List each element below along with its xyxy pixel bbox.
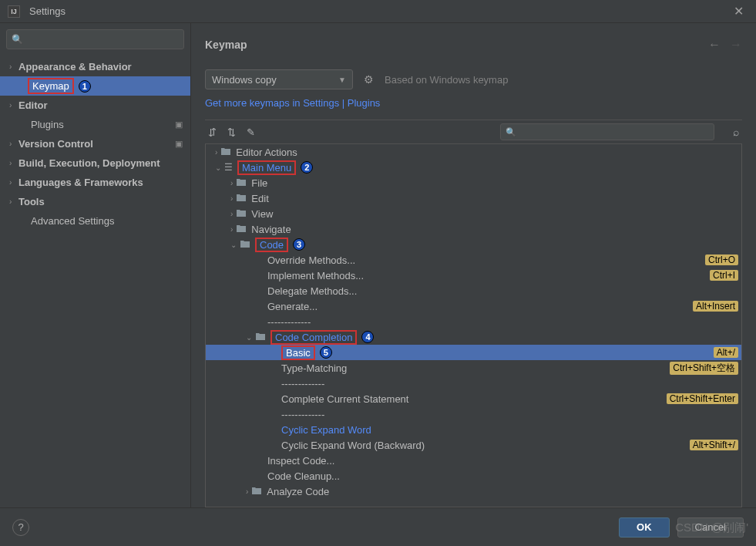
keymap-row[interactable]: Basic5Alt+/ — [206, 345, 741, 360]
back-icon[interactable]: ← — [708, 38, 721, 52]
shortcut-badge: Alt+Shift+/ — [690, 440, 738, 450]
keymap-label: Editor Actions — [236, 147, 297, 158]
shortcut-badge: Ctrl+O — [705, 254, 738, 265]
sidebar-item-plugins[interactable]: Plugins▣ — [0, 115, 190, 134]
keymap-label: ------------- — [281, 409, 324, 420]
keymap-row[interactable]: ›Analyze Code — [206, 484, 741, 499]
folder-icon — [220, 147, 231, 158]
folder-icon — [236, 208, 247, 220]
get-more-keymaps-link[interactable]: Get more keymaps in Settings | Plugins — [205, 97, 742, 109]
based-on-label: Based on Windows keymap — [385, 74, 508, 86]
keymap-label: Edit — [251, 193, 268, 204]
sidebar-item-keymap[interactable]: Keymap1 — [0, 76, 190, 96]
keymap-label: Generate... — [267, 301, 318, 312]
keymap-label: Main Menu — [237, 160, 296, 175]
keymap-label: Type-Matching — [281, 362, 347, 374]
keymap-label: File — [251, 177, 267, 189]
keymap-row[interactable]: ⌄Code Completion4 — [206, 329, 741, 345]
folder-icon — [236, 177, 247, 189]
keymap-row[interactable]: ›File — [206, 175, 741, 190]
keymap-row[interactable]: Code Cleanup... — [206, 468, 741, 484]
keymap-row[interactable]: ⌄Code3 — [206, 237, 741, 252]
sidebar-item-label: Languages & Frameworks — [18, 177, 143, 188]
sidebar-item-advanced-settings[interactable]: Advanced Settings — [0, 211, 190, 231]
sidebar-item-label: Advanced Settings — [31, 215, 114, 227]
keymap-row[interactable]: ------------- — [206, 314, 741, 329]
keymap-label: Code — [255, 238, 288, 252]
gear-icon[interactable]: ⚙ — [364, 73, 374, 86]
keymap-row[interactable]: Type-MatchingCtrl+Shift+空格 — [206, 360, 741, 376]
cancel-button[interactable]: Cancel — [677, 517, 744, 538]
sidebar-item-label: Keymap — [32, 80, 69, 92]
forward-icon[interactable]: → — [730, 38, 742, 52]
keymap-tree[interactable]: ›Editor Actions⌄☰Main Menu2›File›Edit›Vi… — [205, 144, 742, 507]
sidebar-search-input[interactable] — [26, 34, 179, 45]
keymap-row[interactable]: Inspect Code... — [206, 453, 741, 468]
shortcut-badge: Ctrl+Shift+空格 — [670, 362, 738, 375]
edit-icon[interactable]: ✎ — [247, 126, 255, 138]
sidebar-item-label: Build, Execution, Deployment — [18, 157, 160, 169]
settings-tree: ›Appearance & BehaviorKeymap1›EditorPlug… — [0, 56, 190, 507]
keymap-row[interactable]: Delegate Methods... — [206, 283, 741, 298]
keymap-row[interactable]: ›View — [206, 206, 741, 221]
keymap-row[interactable]: ›Edit — [206, 190, 741, 206]
keymap-row[interactable]: ›Navigate — [206, 221, 741, 237]
sidebar-item-appearance-behavior[interactable]: ›Appearance & Behavior — [0, 57, 190, 76]
sidebar-item-languages-frameworks[interactable]: ›Languages & Frameworks — [0, 173, 190, 192]
sidebar-item-tools[interactable]: ›Tools — [0, 192, 190, 211]
keymap-row[interactable]: Generate...Alt+Insert — [206, 298, 741, 314]
keymap-row[interactable]: Implement Methods...Ctrl+I — [206, 268, 741, 283]
chevron-right-icon: › — [9, 140, 18, 148]
sidebar-search[interactable]: 🔍 — [6, 29, 184, 49]
keymap-row[interactable]: Cyclic Expand Word (Backward)Alt+Shift+/ — [206, 437, 741, 453]
ok-button[interactable]: OK — [619, 517, 670, 538]
search-icon: 🔍 — [12, 34, 23, 45]
sidebar-item-label: Appearance & Behavior — [18, 61, 132, 72]
sidebar: 🔍 ›Appearance & BehaviorKeymap1›EditorPl… — [0, 23, 191, 507]
tree-arrow-icon: › — [215, 148, 217, 157]
chevron-right-icon: › — [9, 159, 18, 167]
annotation-badge: 5 — [320, 346, 332, 359]
folder-icon — [236, 193, 247, 204]
collapse-all-icon[interactable]: ⇅ — [227, 126, 236, 138]
keymap-row[interactable]: ⌄☰Main Menu2 — [206, 160, 741, 175]
keymap-row[interactable]: Cyclic Expand Word — [206, 422, 741, 437]
app-icon: IJ — [8, 5, 20, 18]
keymap-row[interactable]: Complete Current StatementCtrl+Shift+Ent… — [206, 391, 741, 406]
tree-arrow-icon: › — [230, 210, 233, 218]
help-icon[interactable]: ? — [12, 519, 29, 536]
keymap-label: Cyclic Expand Word — [281, 424, 371, 436]
keymap-label: ------------- — [281, 378, 324, 389]
sidebar-item-label: Version Control — [18, 138, 93, 150]
menu-icon: ☰ — [224, 162, 233, 173]
keymap-label: Code Cleanup... — [267, 470, 340, 482]
folder-icon — [255, 332, 266, 343]
module-icon: ▣ — [175, 120, 183, 130]
tree-arrow-icon: ⌄ — [215, 163, 221, 172]
sidebar-item-build-execution-deployment[interactable]: ›Build, Execution, Deployment — [0, 153, 190, 173]
keymap-row[interactable]: ›Editor Actions — [206, 144, 741, 160]
keymap-search[interactable]: 🔍 — [500, 123, 714, 140]
keymap-row[interactable]: ------------- — [206, 376, 741, 391]
page-title: Keymap — [205, 39, 247, 51]
shortcut-badge: Alt+Insert — [693, 301, 738, 312]
find-action-icon[interactable]: ⌕ — [733, 126, 739, 138]
keymap-dropdown[interactable]: Windows copy ▼ — [205, 69, 353, 89]
keymap-label: Inspect Code... — [267, 455, 334, 467]
keymap-row[interactable]: ------------- — [206, 406, 741, 422]
folder-icon — [236, 224, 247, 235]
tree-arrow-icon: › — [230, 225, 233, 234]
keymap-label: Delegate Methods... — [267, 285, 357, 297]
chevron-right-icon: › — [9, 197, 18, 206]
keymap-label: Complete Current Statement — [281, 393, 408, 405]
nav-arrows: ← → — [708, 38, 742, 52]
sidebar-item-version-control[interactable]: ›Version Control▣ — [0, 134, 190, 153]
expand-all-icon[interactable]: ⇵ — [208, 126, 217, 138]
keymap-label: Analyze Code — [267, 486, 329, 497]
close-icon[interactable]: ✕ — [729, 2, 748, 20]
chevron-right-icon: › — [9, 62, 18, 71]
keymap-row[interactable]: Override Methods...Ctrl+O — [206, 252, 741, 268]
sidebar-item-editor[interactable]: ›Editor — [0, 96, 190, 115]
tree-arrow-icon: › — [230, 194, 233, 203]
sidebar-item-label: Editor — [18, 99, 48, 111]
